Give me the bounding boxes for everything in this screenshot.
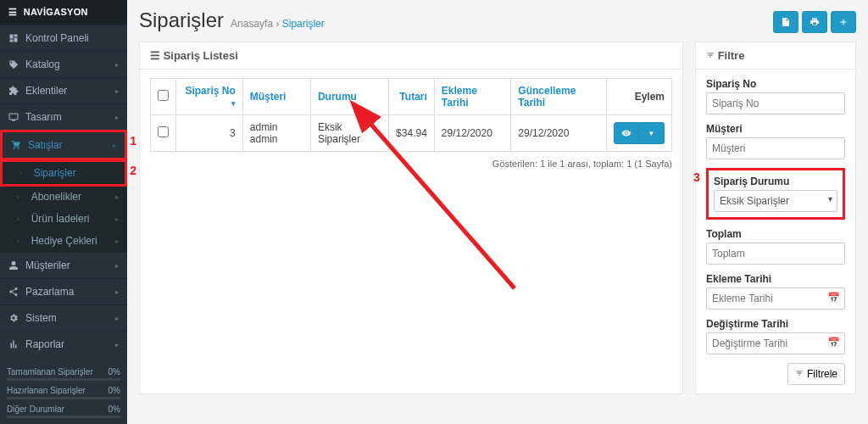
- sidebar-item-label: Sistem: [25, 312, 115, 324]
- cell-order-id: 3: [176, 115, 243, 152]
- filter-status-label: Sipariş Durumu: [714, 176, 837, 187]
- view-order-button[interactable]: [614, 122, 639, 144]
- chevron-right-icon: ▸: [115, 288, 119, 296]
- filter-modified-label: Değiştirme Tarihi: [706, 318, 845, 330]
- sidebar-item-raporlar[interactable]: Raporlar▸: [0, 332, 127, 357]
- chevron-right-icon: ▸: [115, 61, 119, 69]
- sidebar-item-label: Tasarım: [25, 111, 115, 123]
- col-order-id[interactable]: Sipariş No: [185, 85, 235, 97]
- chevron-right-icon: ▸: [115, 87, 119, 95]
- calendar-icon[interactable]: 📅: [827, 337, 840, 349]
- sidebar-item-label: Katalog: [25, 59, 115, 70]
- tv-icon: [8, 112, 19, 122]
- sidebar-item-label: Müşteriler: [25, 259, 115, 271]
- filter-status-select[interactable]: Eksik Siparişler: [714, 190, 837, 212]
- print-icon: [810, 17, 820, 27]
- chevron-right-icon: ▸: [113, 142, 116, 149]
- filter-button[interactable]: Filtrele: [787, 363, 845, 385]
- filter-customer-label: Müşteri: [706, 123, 845, 135]
- cart-icon: [11, 140, 21, 150]
- chevron-right-icon: ›: [17, 215, 19, 223]
- print-button[interactable]: [802, 11, 827, 33]
- col-customer[interactable]: Müşteri: [250, 91, 287, 103]
- dashboard-icon: [8, 33, 19, 43]
- annotation-3: 3: [693, 170, 700, 184]
- filter-added-label: Ekleme Tarihi: [706, 273, 845, 285]
- cell-modified: 29/12/2020: [511, 115, 607, 152]
- sidebar-item-tasarım[interactable]: Tasarım▸: [0, 104, 127, 130]
- order-actions-dropdown[interactable]: ▾: [639, 122, 665, 144]
- filter-total-input[interactable]: [706, 243, 845, 265]
- hamburger-icon[interactable]: ☰: [8, 7, 17, 17]
- chevron-right-icon: ›: [19, 170, 22, 177]
- cell-total: $34.94: [389, 115, 435, 152]
- sidebar-subitem-abonelikler[interactable]: ›Abonelikler▸: [0, 186, 127, 208]
- chevron-right-icon: ›: [17, 193, 19, 201]
- col-total[interactable]: Tutarı: [399, 91, 426, 103]
- add-order-button[interactable]: [831, 11, 856, 33]
- caret-down-icon: ▾: [649, 129, 654, 137]
- sidebar-item-label: Siparişler: [34, 167, 116, 179]
- plus-icon: [838, 17, 849, 27]
- col-action: Eylem: [635, 91, 665, 103]
- breadcrumb: Anasayfa › Siparişler: [231, 18, 325, 30]
- filter-orderid-input[interactable]: [706, 92, 845, 114]
- filter-added-input[interactable]: [706, 287, 845, 310]
- col-modified[interactable]: Güncelleme Tarihi: [518, 85, 576, 109]
- file-icon: [781, 17, 791, 27]
- sort-desc-icon: ▾: [231, 99, 236, 108]
- chevron-right-icon: ▸: [115, 237, 119, 245]
- sidebar-item-label: Kontrol Paneli: [25, 32, 119, 44]
- order-table: Sipariş No ▾ Müşteri Durumu Tutarı Eklem…: [150, 78, 672, 152]
- page-actions: [773, 11, 856, 33]
- filter-icon: [706, 49, 718, 62]
- puzzle-icon: [8, 86, 19, 96]
- row-checkbox[interactable]: [158, 126, 169, 137]
- breadcrumb-current[interactable]: Siparişler: [282, 18, 325, 30]
- sidebar-subitem-ürün-i̇adeleri[interactable]: ›Ürün İadeleri▸: [0, 208, 127, 230]
- filter-customer-input[interactable]: [706, 137, 845, 159]
- filter-title: Filtre: [696, 42, 855, 70]
- chevron-right-icon: ›: [17, 237, 19, 245]
- filter-orderid-label: Sipariş No: [706, 78, 845, 90]
- stat-hazırlanan-siparişler: Hazırlanan Siparişler0%: [7, 386, 120, 399]
- sidebar-item-müşteriler[interactable]: Müşteriler▸: [0, 253, 127, 278]
- cell-status: Eksik Siparişler: [310, 115, 388, 152]
- calendar-icon[interactable]: 📅: [827, 292, 840, 304]
- list-icon: ☰: [150, 49, 160, 62]
- cell-added: 29/12/2020: [434, 115, 511, 152]
- chart-icon: [8, 339, 19, 349]
- sidebar-item-label: Ürün İadeleri: [31, 213, 115, 225]
- select-all-checkbox[interactable]: [158, 90, 169, 101]
- sidebar-item-pazarlama[interactable]: Pazarlama▸: [0, 279, 127, 304]
- sidebar-item-label: Raporlar: [25, 338, 115, 350]
- sidebar-subitem-siparişler[interactable]: ›Siparişler: [3, 162, 125, 184]
- order-list-title: ☰ Sipariş Listesi: [140, 42, 682, 70]
- order-list-panel: ☰ Sipariş Listesi Sipariş No ▾ Müşteri D…: [139, 42, 683, 394]
- sidebar-item-eklentiler[interactable]: Eklentiler▸: [0, 78, 127, 103]
- filter-total-label: Toplam: [706, 228, 845, 240]
- chevron-right-icon: ▸: [115, 193, 119, 201]
- sidebar-item-sistem[interactable]: Sistem▸: [0, 305, 127, 331]
- invoice-button[interactable]: [773, 11, 798, 33]
- sidebar-item-label: Hediye Çekleri: [31, 235, 115, 247]
- table-row: 3admin adminEksik Siparişler$34.9429/12/…: [151, 115, 672, 152]
- sidebar-item-label: Pazarlama: [25, 286, 115, 298]
- breadcrumb-home[interactable]: Anasayfa: [231, 18, 273, 30]
- eye-icon: [621, 128, 632, 138]
- chevron-right-icon: ▸: [115, 315, 119, 322]
- filter-modified-input[interactable]: [706, 332, 845, 354]
- sidebar-item-kontrol-paneli[interactable]: Kontrol Paneli: [0, 25, 127, 51]
- chevron-right-icon: ▸: [115, 262, 119, 270]
- sidebar-subitem-hediye-çekleri[interactable]: ›Hediye Çekleri▸: [0, 230, 127, 252]
- stat-tamamlanan-siparişler: Tamamlanan Siparişler0%: [7, 367, 120, 381]
- share-icon: [8, 287, 19, 297]
- col-status[interactable]: Durumu: [318, 91, 357, 103]
- user-icon: [8, 260, 19, 271]
- filter-panel: Filtre Sipariş No Müşteri 3 Sipariş Duru…: [695, 42, 856, 394]
- stat-diğer-durumlar: Diğer Durumlar0%: [7, 404, 120, 418]
- sidebar-item-katalog[interactable]: Katalog▸: [0, 52, 127, 77]
- col-added[interactable]: Ekleme Tarihi: [442, 85, 477, 109]
- sidebar-item-label: Eklentiler: [25, 85, 115, 97]
- sidebar-item-satışlar[interactable]: Satışlar▸: [3, 132, 125, 158]
